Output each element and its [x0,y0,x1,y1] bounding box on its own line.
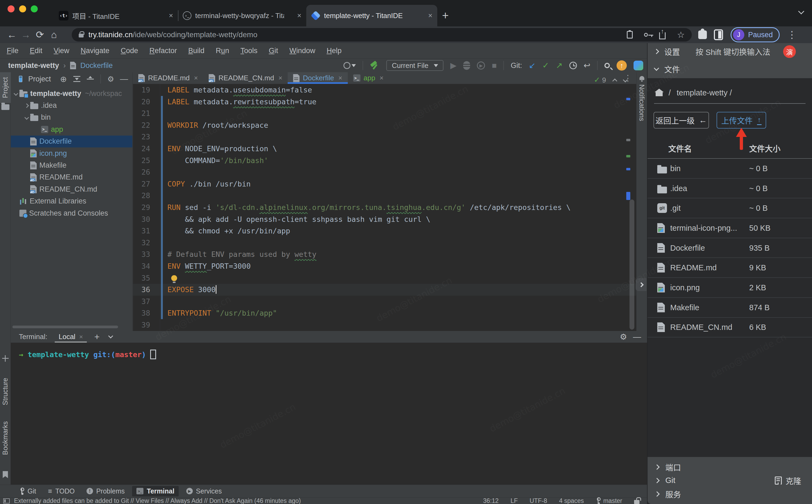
ide-plugin-icon[interactable] [634,61,643,70]
terminal-dropdown-chevron-icon[interactable] [108,333,113,338]
go-up-button[interactable]: 返回上一级 ← [653,112,709,129]
ports-section[interactable]: 端口 [648,461,812,473]
terminal-tab-local[interactable]: Local × [56,331,85,343]
search-everywhere-icon[interactable] [604,63,610,68]
settings-gear-icon[interactable]: ⚙ [107,75,114,84]
path-project[interactable]: template-wetty / [677,88,732,97]
hide-strip-chevron[interactable] [636,278,646,291]
close-tab-icon[interactable]: × [428,12,432,20]
status-unlock[interactable] [634,498,639,504]
code-line[interactable]: 27COPY ./bin /usr/bin [133,178,636,190]
file-row[interactable]: icon.png2 KB [648,278,812,298]
lock-icon[interactable] [79,34,84,37]
close-tab-icon[interactable]: × [169,12,173,20]
locate-target-icon[interactable]: ⊕ [60,74,67,84]
close-tab-icon[interactable]: × [194,74,198,82]
upload-file-button[interactable]: 上传文件 ↑ [717,112,766,129]
hide-panel-icon[interactable]: — [120,74,128,84]
prev-problem-icon[interactable] [612,78,617,83]
file-row[interactable]: README_CN.md6 KB [648,318,812,338]
tool-windows-icon[interactable] [3,498,10,503]
tree-chevron[interactable] [23,104,30,107]
menu-code[interactable]: Code [115,47,144,55]
status-master[interactable]: master [596,497,622,504]
code-line[interactable]: 21 [133,108,636,119]
code-line[interactable]: 22WORKDIR /root/workspace [133,119,636,131]
code-line[interactable]: 20LABEL metadata.rewritesubpath=true [133,96,636,108]
code-line[interactable]: 31 && chmod +x /usr/bin/app [133,225,636,237]
files-section-row[interactable]: 文件 [648,60,812,78]
forward-icon[interactable]: → [19,28,33,42]
debug-bug-icon[interactable] [463,61,470,70]
tree-item[interactable]: README_CN.md [11,183,132,195]
profile-button[interactable]: J Paused [731,27,780,42]
git-section[interactable]: Git 克隆 [648,476,812,485]
new-tab-button[interactable]: + [437,5,453,26]
code-line[interactable]: 26 [133,166,636,178]
menu-refactor[interactable]: Refactor [144,47,183,55]
side-panel-icon[interactable] [714,29,723,40]
tree-item[interactable]: Makefile [11,159,132,171]
browser-tab[interactable]: ‹t›项目 - TitanIDE× [54,5,178,26]
terminal-settings-gear-icon[interactable]: ⚙ [620,332,627,341]
reload-icon[interactable]: ⟳ [33,28,47,42]
status-message[interactable]: Externally added files can be added to G… [14,497,301,504]
status-4 spaces[interactable]: 4 spaces [559,497,584,504]
file-row[interactable]: Makefile874 B [648,298,812,318]
notifications-bell-icon[interactable] [639,76,644,80]
folder-icon[interactable] [1,104,9,110]
git-update-icon[interactable]: ↙ [529,61,535,70]
menu-build[interactable]: Build [183,47,210,55]
stop-icon[interactable]: ■ [492,61,497,70]
update-available-icon[interactable]: ↑ [617,60,627,71]
file-row[interactable]: README.md9 KB [648,258,812,278]
code-line[interactable]: 32 [133,237,636,249]
tool-strip-project-tab[interactable]: Project [0,72,11,103]
file-row[interactable]: .git~ 0 B [648,198,812,218]
demo-badge[interactable]: 演 [783,45,796,58]
minimize-window-icon[interactable] [19,5,26,12]
home-icon[interactable]: ⌂ [47,28,61,42]
code-line[interactable]: 36EXPOSE 3000 [133,284,636,296]
close-tab-icon[interactable]: × [338,74,342,82]
git-commit-check-icon[interactable]: ✓ [542,61,549,70]
structure-icon[interactable] [2,355,9,362]
home-icon[interactable] [656,92,663,96]
bookmarks-vertical-label[interactable]: Bookmarks [1,421,9,455]
tree-item[interactable]: External Libraries [11,195,132,207]
address-bar[interactable]: try.titanide.cn /ide/web/coding/template… [72,28,692,42]
bookmark-icon[interactable] [3,471,8,478]
close-tab-icon[interactable]: × [278,74,283,82]
code-line[interactable]: 33# Default ENV params used by wetty [133,248,636,260]
menu-tools[interactable]: Tools [235,47,263,55]
editor-scrollbar[interactable] [629,199,634,330]
tree-item[interactable]: Scratches and Consoles [11,207,132,219]
inspections-widget[interactable]: ✓ 9 [594,75,627,84]
tree-item[interactable]: Dockerfile [11,136,132,147]
editor-tab[interactable]: Dockerfile× [288,72,347,84]
bookmark-star-icon[interactable]: ☆ [677,30,685,40]
menu-git[interactable]: Git [263,47,284,55]
code-line[interactable]: 29RUN sed -i 's/dl-cdn.alpinelinux.org/m… [133,202,636,213]
status-36:12[interactable]: 36:12 [483,497,499,504]
code-line[interactable]: 35 [133,272,636,284]
code-line[interactable]: 34ENV WETTY_PORT=3000 [133,260,636,272]
extensions-puzzle-icon[interactable] [698,30,707,39]
file-row[interactable]: .idea~ 0 B [648,179,812,199]
code-line[interactable]: 28 [133,190,636,202]
notifications-vertical-label[interactable]: Notifications [638,84,646,121]
tree-item[interactable]: README.md [11,171,132,183]
terminal-output[interactable]: → template-wetty git:(master) [11,343,647,360]
breadcrumb-project[interactable]: template-wetty [8,61,59,70]
expand-all-icon[interactable] [73,76,80,82]
back-icon[interactable]: ← [5,28,19,42]
status-LF[interactable]: LF [511,497,518,504]
close-icon[interactable]: × [79,333,83,341]
rollback-icon[interactable]: ↩ [584,61,590,70]
file-row[interactable]: Dockerfile935 B [648,238,812,258]
tree-item[interactable]: .idea [11,99,132,111]
tool-button-services[interactable]: ▶Services [182,486,226,496]
tree-item[interactable]: template-wetty~/workspac [11,88,132,99]
zoom-window-icon[interactable] [31,5,38,12]
code-line[interactable]: 30 && apk add -U openssh-client sshpass … [133,213,636,225]
